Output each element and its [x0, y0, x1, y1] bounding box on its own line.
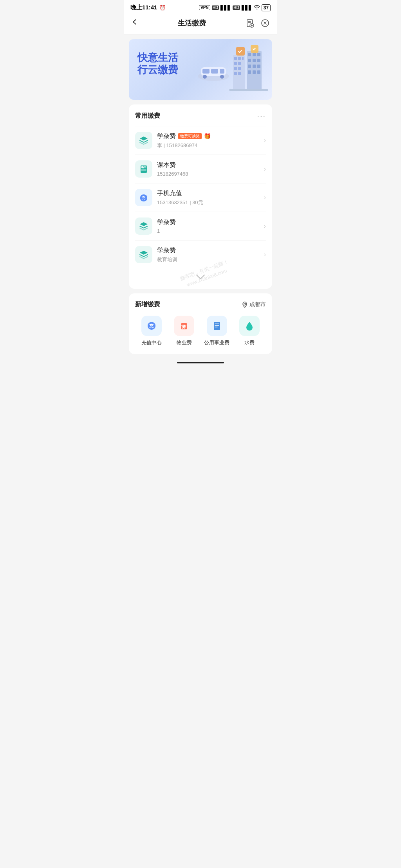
fee-item-xueza1[interactable]: 学杂费 缴费可抽奖 🎁 李 | 15182686974 › — [135, 126, 266, 155]
fee-info-xueza2: 学杂费 1 — [157, 218, 264, 234]
svg-point-10 — [203, 75, 207, 79]
grid-label-water: 水费 — [244, 339, 255, 346]
common-fees-section: 常用缴费 ··· 学杂费 缴费可抽奖 🎁 李 | 15182686974 › — [129, 104, 272, 289]
header: 生活缴费 — [124, 14, 277, 34]
status-time: 晚上11:41 — [130, 4, 157, 11]
record-icon[interactable] — [245, 18, 256, 29]
property-icon-wrap: 券 — [174, 316, 194, 336]
signal-hd2: HD — [233, 5, 240, 10]
svg-rect-20 — [234, 72, 237, 75]
home-indicator — [177, 362, 224, 363]
svg-rect-28 — [257, 59, 260, 62]
fee-name-mobile: 手机充值 — [157, 189, 182, 198]
fee-info-xueza3: 学杂费 教育培训 — [157, 246, 264, 263]
svg-rect-29 — [248, 65, 251, 68]
fee-name-xueza1: 学杂费 — [157, 132, 176, 140]
recharge-icon-wrap: 充 — [141, 316, 162, 336]
fee-item-xueza2[interactable]: 学杂费 1 › — [135, 212, 266, 240]
fee-arrow-xueza3: › — [264, 251, 266, 258]
svg-rect-8 — [211, 69, 218, 74]
svg-rect-30 — [253, 65, 256, 68]
page-title: 生活缴费 — [178, 18, 206, 28]
svg-text:充: 充 — [141, 196, 146, 200]
fee-info-xueza1: 学杂费 缴费可抽奖 🎁 李 | 15182686974 — [157, 132, 264, 149]
fee-info-keben: 课本费 15182697468 — [157, 161, 264, 177]
fee-sub-xueza3: 教育培训 — [157, 256, 264, 263]
fee-item-xueza3[interactable]: 学杂费 教育培训 › — [135, 240, 266, 269]
svg-rect-17 — [238, 62, 241, 65]
fee-arrow-xueza2: › — [264, 223, 266, 230]
svg-point-11 — [220, 75, 224, 79]
grid-item-utility[interactable]: 公用事业费 — [200, 316, 233, 346]
back-button[interactable] — [130, 18, 139, 29]
common-fees-title: 常用缴费 — [135, 112, 160, 120]
svg-text:券: 券 — [181, 324, 186, 329]
svg-rect-18 — [234, 67, 237, 70]
svg-rect-9 — [220, 69, 224, 74]
status-bar: 晚上11:41 ⏰ VPN HD ▋▋▋ HD ▋▋▋ 37 — [124, 0, 277, 14]
banner: 快意生活 行云缴费 — [129, 39, 272, 100]
vpn-label: VPN — [199, 5, 210, 10]
new-fee-title: 新增缴费 — [135, 300, 160, 309]
svg-rect-31 — [257, 65, 260, 68]
signal-bars1: ▋▋▋ — [220, 5, 231, 11]
fee-icon-keben: 课 — [135, 160, 152, 178]
fee-arrow-keben: › — [264, 165, 266, 173]
grid-label-property: 物业费 — [177, 339, 192, 346]
grid-item-water[interactable]: 水费 — [233, 316, 266, 346]
more-dots-button[interactable]: ··· — [257, 111, 266, 120]
fee-name-keben: 课本费 — [157, 161, 176, 169]
expand-button[interactable] — [135, 269, 266, 285]
svg-point-48 — [244, 303, 246, 305]
svg-rect-34 — [257, 70, 260, 74]
wifi-icon — [254, 5, 260, 11]
grid-item-recharge[interactable]: 充 充值中心 — [135, 316, 168, 346]
fee-icon-mobile: 充 — [135, 189, 152, 206]
grid-label-recharge: 充值中心 — [141, 339, 162, 346]
fee-sub-xueza1: 李 | 15182686974 — [157, 142, 264, 149]
fee-arrow-mobile: › — [264, 194, 266, 201]
header-actions — [245, 18, 271, 29]
new-fee-header: 新增缴费 成都市 — [135, 300, 266, 309]
fee-item-mobile[interactable]: 充 手机充值 15313632351 | 30元 › — [135, 183, 266, 212]
fee-icon-xueza1 — [135, 132, 152, 149]
alarm-icon: ⏰ — [159, 5, 166, 11]
fee-grid: 充 充值中心 券 物业费 — [135, 316, 266, 346]
fee-badge-xueza1: 缴费可抽奖 — [178, 133, 202, 139]
svg-rect-7 — [202, 69, 210, 74]
fee-name-xueza2: 学杂费 — [157, 218, 176, 226]
svg-rect-13 — [234, 57, 237, 60]
fee-icon-xueza3 — [135, 246, 152, 263]
svg-rect-26 — [248, 59, 251, 62]
banner-line1: 快意生活 — [137, 52, 178, 64]
svg-text:充: 充 — [149, 323, 154, 328]
utility-icon-wrap — [207, 316, 227, 336]
fee-sub-xueza2: 1 — [157, 228, 264, 234]
signal-bars2: ▋▋▋ — [242, 5, 252, 11]
fee-info-mobile: 手机充值 15313632351 | 30元 — [157, 189, 264, 206]
common-fees-header: 常用缴费 ··· — [135, 111, 266, 120]
svg-rect-24 — [253, 53, 256, 56]
signal-hd1: HD — [212, 5, 219, 10]
svg-rect-37 — [229, 89, 268, 91]
battery-icon: 37 — [262, 4, 271, 11]
water-icon-wrap — [239, 316, 260, 336]
bottom-bar — [129, 354, 272, 370]
grid-label-utility: 公用事业费 — [204, 339, 229, 346]
svg-rect-23 — [248, 53, 251, 56]
grid-item-property[interactable]: 券 物业费 — [168, 316, 201, 346]
location-text: 成都市 — [249, 301, 266, 308]
svg-rect-21 — [238, 72, 241, 75]
svg-rect-27 — [253, 59, 256, 62]
fee-item-keben[interactable]: 课 课本费 15182697468 › — [135, 155, 266, 183]
svg-rect-25 — [257, 53, 260, 56]
svg-rect-19 — [238, 67, 241, 70]
fee-sub-mobile: 15313632351 | 30元 — [157, 199, 264, 206]
svg-rect-15 — [242, 57, 244, 60]
fee-name-xueza3: 学杂费 — [157, 246, 176, 255]
close-icon[interactable] — [260, 18, 271, 29]
location-button[interactable]: 成都市 — [242, 301, 266, 308]
status-icons: VPN HD ▋▋▋ HD ▋▋▋ 37 — [199, 4, 271, 11]
svg-rect-32 — [248, 70, 251, 74]
new-fee-section: 新增缴费 成都市 充 充值中心 — [129, 293, 272, 354]
